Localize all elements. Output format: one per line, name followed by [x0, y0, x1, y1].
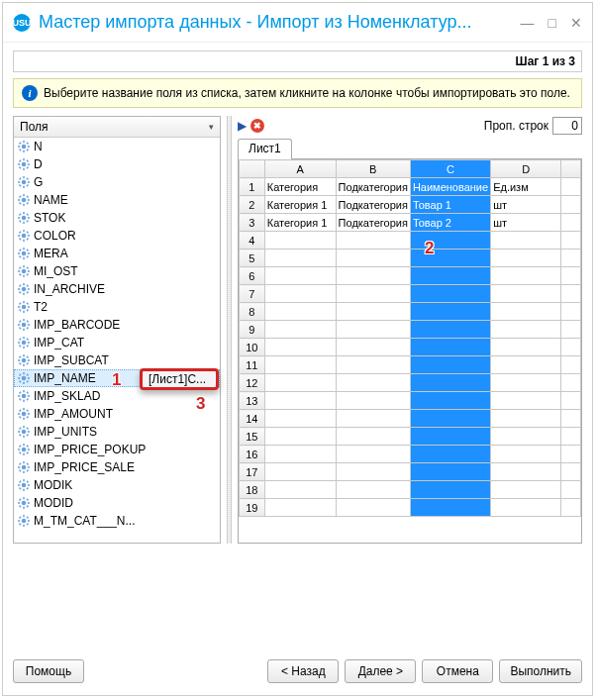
cell[interactable]: [264, 499, 336, 517]
field-row[interactable]: IMP_SUBCAT: [14, 351, 220, 369]
cell[interactable]: [336, 339, 410, 356]
spreadsheet[interactable]: ABCD1КатегорияПодкатегорияНаименованиеЕд…: [238, 159, 582, 544]
cell[interactable]: Категория 1: [264, 214, 336, 232]
row-header[interactable]: 17: [240, 463, 265, 481]
minimize-button[interactable]: —: [521, 15, 535, 31]
field-row[interactable]: MI_OST: [14, 262, 220, 280]
cell[interactable]: [264, 410, 336, 428]
cell[interactable]: [410, 446, 490, 463]
col-header[interactable]: B: [336, 160, 410, 178]
cell[interactable]: [336, 446, 410, 463]
cell[interactable]: Наименование: [410, 178, 490, 196]
cell[interactable]: [491, 356, 561, 374]
cell[interactable]: [410, 392, 490, 410]
cell[interactable]: [410, 374, 490, 392]
cell[interactable]: [264, 356, 336, 374]
row-header[interactable]: 13: [240, 392, 265, 410]
cell[interactable]: [410, 285, 490, 303]
row-header[interactable]: 12: [240, 374, 265, 392]
cell[interactable]: Подкатегория: [336, 214, 410, 232]
cell[interactable]: [491, 321, 561, 339]
cell[interactable]: [336, 463, 410, 481]
row-header[interactable]: 16: [240, 446, 265, 463]
cell[interactable]: [264, 374, 336, 392]
cell[interactable]: [336, 428, 410, 446]
col-header[interactable]: C: [410, 160, 490, 178]
cell[interactable]: [410, 463, 490, 481]
cell[interactable]: [336, 232, 410, 250]
row-header[interactable]: 14: [240, 410, 265, 428]
cell[interactable]: [410, 303, 490, 321]
field-row[interactable]: IN_ARCHIVE: [14, 280, 220, 298]
row-header[interactable]: 8: [240, 303, 265, 321]
row-header[interactable]: 1: [240, 178, 265, 196]
row-header[interactable]: 3: [240, 214, 265, 232]
maximize-button[interactable]: □: [548, 15, 556, 31]
row-header[interactable]: 5: [240, 250, 265, 267]
cell[interactable]: [491, 339, 561, 356]
cell[interactable]: [410, 339, 490, 356]
sheet-tab[interactable]: Лист1: [238, 139, 292, 159]
cell[interactable]: [264, 339, 336, 356]
cell[interactable]: [264, 481, 336, 499]
cell[interactable]: Категория 1: [264, 196, 336, 214]
cell[interactable]: [264, 428, 336, 446]
back-button[interactable]: < Назад: [267, 659, 339, 683]
cell[interactable]: [410, 232, 490, 250]
cell[interactable]: [336, 303, 410, 321]
run-button[interactable]: Выполнить: [499, 659, 582, 683]
fields-header[interactable]: Поля ▾: [14, 117, 220, 138]
field-row[interactable]: NAME: [14, 191, 220, 209]
cell[interactable]: [491, 446, 561, 463]
row-header[interactable]: 15: [240, 428, 265, 446]
cell[interactable]: [491, 250, 561, 267]
cell[interactable]: [410, 499, 490, 517]
row-header[interactable]: 6: [240, 267, 265, 285]
field-row[interactable]: D: [14, 155, 220, 173]
cell[interactable]: [491, 428, 561, 446]
cell[interactable]: [264, 321, 336, 339]
field-row[interactable]: MERA: [14, 245, 220, 262]
cell[interactable]: [264, 303, 336, 321]
row-header[interactable]: 18: [240, 481, 265, 499]
cell[interactable]: [264, 285, 336, 303]
cell[interactable]: Подкатегория: [336, 178, 410, 196]
play-icon[interactable]: ▶: [238, 119, 247, 133]
cell[interactable]: [336, 267, 410, 285]
skip-rows-input[interactable]: [552, 117, 582, 135]
cell[interactable]: [491, 481, 561, 499]
fields-list[interactable]: NDGNAMESTOKCOLORMERAMI_OSTIN_ARCHIVET2IM…: [14, 138, 220, 543]
cell[interactable]: [264, 267, 336, 285]
cancel-button[interactable]: Отмена: [422, 659, 493, 683]
cell[interactable]: [336, 285, 410, 303]
cell[interactable]: [336, 499, 410, 517]
field-row[interactable]: M_TM_CAT___N...: [14, 512, 220, 530]
row-header[interactable]: 19: [240, 499, 265, 517]
cell[interactable]: [410, 356, 490, 374]
cell[interactable]: [491, 267, 561, 285]
row-header[interactable]: 11: [240, 356, 265, 374]
cell[interactable]: [491, 410, 561, 428]
cell[interactable]: [491, 232, 561, 250]
stop-icon[interactable]: ✖: [250, 119, 264, 133]
field-row[interactable]: IMP_PRICE_POKUP: [14, 441, 220, 458]
field-row[interactable]: IMP_AMOUNT: [14, 405, 220, 423]
cell[interactable]: [491, 285, 561, 303]
field-row[interactable]: IMP_BARCODE: [14, 316, 220, 334]
cell[interactable]: [491, 463, 561, 481]
cell[interactable]: Товар 2: [410, 214, 490, 232]
chevron-down-icon[interactable]: ▾: [209, 122, 214, 132]
cell[interactable]: [264, 250, 336, 267]
row-header[interactable]: 9: [240, 321, 265, 339]
row-header[interactable]: 10: [240, 339, 265, 356]
cell[interactable]: [410, 428, 490, 446]
cell[interactable]: [491, 392, 561, 410]
splitter-handle[interactable]: [227, 116, 232, 544]
field-row[interactable]: IMP_PRICE_SALE: [14, 458, 220, 476]
row-header[interactable]: 7: [240, 285, 265, 303]
cell[interactable]: [336, 481, 410, 499]
cell[interactable]: Подкатегория: [336, 196, 410, 214]
cell[interactable]: [336, 321, 410, 339]
field-row[interactable]: T2: [14, 298, 220, 316]
cell[interactable]: шт: [491, 214, 561, 232]
